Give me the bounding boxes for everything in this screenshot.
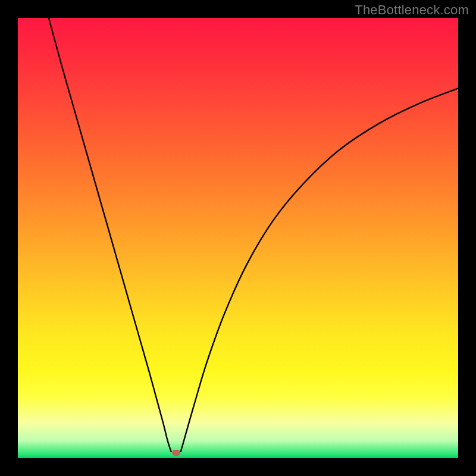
optimum-marker (172, 450, 180, 456)
chart-frame: TheBottleneck.com (0, 0, 476, 476)
watermark-text: TheBottleneck.com (355, 2, 469, 18)
bottleneck-curve (18, 18, 458, 458)
plot-area (18, 18, 458, 458)
